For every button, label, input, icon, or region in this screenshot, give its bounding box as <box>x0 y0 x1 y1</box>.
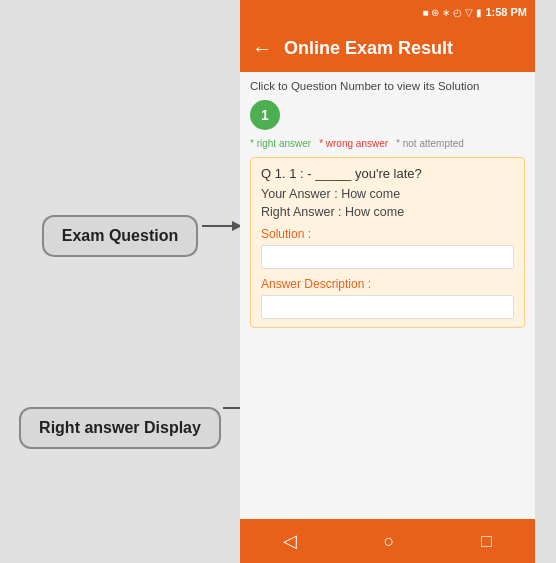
status-icons: ■ ⊛ ∗ ◴ ▽ ▮ 1:58 PM <box>422 6 527 18</box>
your-answer: Your Answer : How come <box>261 187 514 201</box>
wifi-icon: ⊛ <box>431 7 439 18</box>
signal-icon: ▽ <box>465 7 473 18</box>
status-bar: ■ ⊛ ∗ ◴ ▽ ▮ 1:58 PM <box>240 0 535 24</box>
question-card: Q 1. 1 : - _____ you're late? Your Answe… <box>250 157 525 328</box>
solution-box <box>261 245 514 269</box>
question-text: Q 1. 1 : - _____ you're late? <box>261 166 514 181</box>
right-answer: Right Answer : How come <box>261 205 514 219</box>
toolbar: ← Online Exam Result <box>240 24 535 72</box>
bluetooth-icon: ∗ <box>442 7 450 18</box>
content-area: Click to Question Number to view its Sol… <box>240 72 535 336</box>
legend: * right answer * wrong answer * not atte… <box>250 138 525 149</box>
answer-description-label: Answer Description : <box>261 277 514 291</box>
legend-right: * right answer <box>250 138 311 149</box>
question-number-bubble[interactable]: 1 <box>250 100 280 130</box>
solution-label: Solution : <box>261 227 514 241</box>
answer-description-box <box>261 295 514 319</box>
phone-frame: ■ ⊛ ∗ ◴ ▽ ▮ 1:58 PM ← Online Exam Result… <box>240 0 535 563</box>
time-display: 1:58 PM <box>485 6 527 18</box>
battery-icon: ▮ <box>476 7 482 18</box>
exam-question-arrow <box>202 216 240 236</box>
right-answer-annotation: Right answer Display <box>19 407 221 449</box>
back-button[interactable]: ← <box>252 37 272 60</box>
exam-question-label: Exam Question <box>62 227 178 244</box>
exam-question-annotation: Exam Question <box>42 215 198 257</box>
alarm-icon: ◴ <box>453 7 462 18</box>
right-answer-label: Right answer Display <box>39 419 201 436</box>
nav-back-button[interactable]: ◁ <box>283 530 297 552</box>
nav-home-button[interactable]: ○ <box>384 531 395 552</box>
annotation-area: Exam Question Right answer Display <box>0 0 240 563</box>
notification-icon: ■ <box>422 7 428 18</box>
toolbar-title: Online Exam Result <box>284 38 453 59</box>
nav-recent-button[interactable]: □ <box>481 531 492 552</box>
legend-wrong: * wrong answer <box>319 138 388 149</box>
legend-not-attempted: * not attempted <box>396 138 464 149</box>
nav-bar: ◁ ○ □ <box>240 519 535 563</box>
instruction-text: Click to Question Number to view its Sol… <box>250 80 525 92</box>
